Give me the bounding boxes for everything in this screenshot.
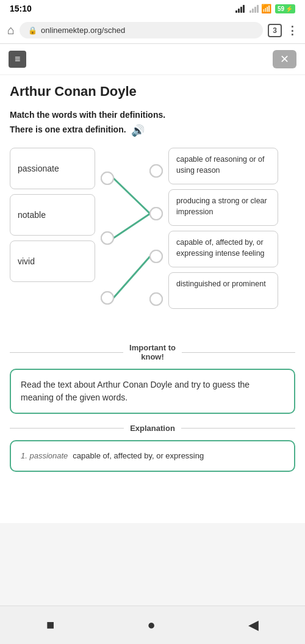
explanation-item-number: 1. passionate — [21, 450, 68, 462]
instruction-block: Match the words with their definitions. … — [10, 109, 295, 138]
svg-point-14 — [150, 208, 162, 220]
def-text-distinguished: distinguished or prominent — [176, 280, 266, 288]
signal-strength-icon — [235, 5, 245, 13]
explanation-divider: Explanation — [10, 424, 295, 433]
svg-line-9 — [113, 256, 150, 298]
url-bar[interactable]: 🔒 onlinemektep.org/sched — [20, 22, 263, 38]
nav-square-button[interactable]: ■ — [34, 615, 66, 635]
close-button[interactable]: ✕ — [273, 50, 296, 68]
explanation-label: Explanation — [130, 424, 175, 433]
tab-count[interactable]: 3 — [268, 24, 282, 37]
def-text-rational: capable of reasoning or of using reason — [176, 155, 265, 175]
battery-icon: 59 ⚡ — [275, 4, 295, 13]
right-definitions-column: capable of reasoning or of using reason … — [168, 148, 278, 309]
instruction-row: There is one extra definition. 🔊 — [10, 124, 295, 139]
bottom-nav: ■ ● ◀ — [0, 606, 305, 644]
status-icons: 📶 59 ⚡ — [235, 4, 295, 13]
page-content: Arthur Conan Doyle Match the words with … — [0, 75, 305, 523]
status-bar: 15:10 📶 59 ⚡ — [0, 0, 305, 17]
word-label-passionate: passionate — [18, 164, 59, 173]
svg-point-12 — [101, 292, 113, 304]
def-box-strong-impression[interactable]: producing a strong or clear impression — [168, 189, 278, 226]
def-box-rational[interactable]: capable of reasoning or of using reason — [168, 148, 278, 184]
explanation-box: 1. passionate capable of, affected by, o… — [10, 440, 295, 472]
info-box: Read the text about Arthur Conan Doyle a… — [10, 369, 295, 414]
svg-point-10 — [101, 172, 113, 184]
svg-line-7 — [113, 178, 150, 214]
nav-circle-button[interactable]: ● — [135, 615, 167, 635]
divider-right — [182, 352, 295, 353]
left-words-column: passionate notable vivid — [10, 148, 95, 282]
word-label-notable: notable — [18, 210, 46, 220]
connector-svg — [95, 148, 168, 331]
hamburger-button[interactable]: ≡ — [9, 51, 26, 68]
def-box-distinguished[interactable]: distinguished or prominent — [168, 272, 278, 309]
svg-point-13 — [150, 165, 162, 177]
svg-point-16 — [150, 293, 162, 305]
matching-exercise: passionate notable vivid — [10, 148, 295, 331]
instruction-line1: Match the words with their definitions. — [10, 109, 295, 121]
sound-icon[interactable]: 🔊 — [131, 124, 145, 137]
divider-left — [10, 352, 123, 353]
word-box-passionate[interactable]: passionate — [10, 148, 95, 189]
svg-point-15 — [150, 250, 162, 262]
word-box-notable[interactable]: notable — [10, 194, 95, 236]
def-text-strong-impression: producing a strong or clear impression — [176, 197, 267, 216]
svg-line-8 — [113, 214, 150, 238]
lock-icon: 🔒 — [28, 26, 37, 35]
important-divider: Important to know! — [10, 343, 295, 361]
explanation-item-text: capable of, affected by, or expressing — [73, 450, 204, 462]
instruction-line2: There is one extra definition. — [10, 124, 126, 136]
explanation-divider-left — [10, 428, 124, 429]
info-text: Read the text about Arthur Conan Doyle a… — [21, 380, 249, 402]
browser-bar: ⌂ 🔒 onlinemektep.org/sched 3 ⋮ — [0, 17, 305, 44]
def-text-intense-feeling: capable of, affected by, or expressing i… — [176, 238, 265, 258]
top-toolbar: ≡ ✕ — [0, 44, 305, 75]
important-label: Important to know! — [129, 343, 176, 361]
signal-strength2-icon — [249, 5, 259, 13]
svg-point-11 — [101, 232, 113, 244]
nav-back-button[interactable]: ◀ — [236, 615, 271, 635]
page-title: Arthur Conan Doyle — [10, 84, 295, 99]
status-time: 15:10 — [10, 4, 32, 13]
explanation-item-1: 1. passionate capable of, affected by, o… — [21, 450, 284, 462]
def-box-intense-feeling[interactable]: capable of, affected by, or expressing i… — [168, 231, 278, 267]
home-icon[interactable]: ⌂ — [7, 23, 15, 37]
word-box-vivid[interactable]: vivid — [10, 241, 95, 282]
url-text: onlinemektep.org/sched — [41, 26, 125, 35]
explanation-divider-right — [181, 428, 295, 429]
word-label-vivid: vivid — [18, 256, 35, 266]
more-options-icon[interactable]: ⋮ — [287, 24, 298, 37]
wifi-icon: 📶 — [261, 4, 271, 13]
